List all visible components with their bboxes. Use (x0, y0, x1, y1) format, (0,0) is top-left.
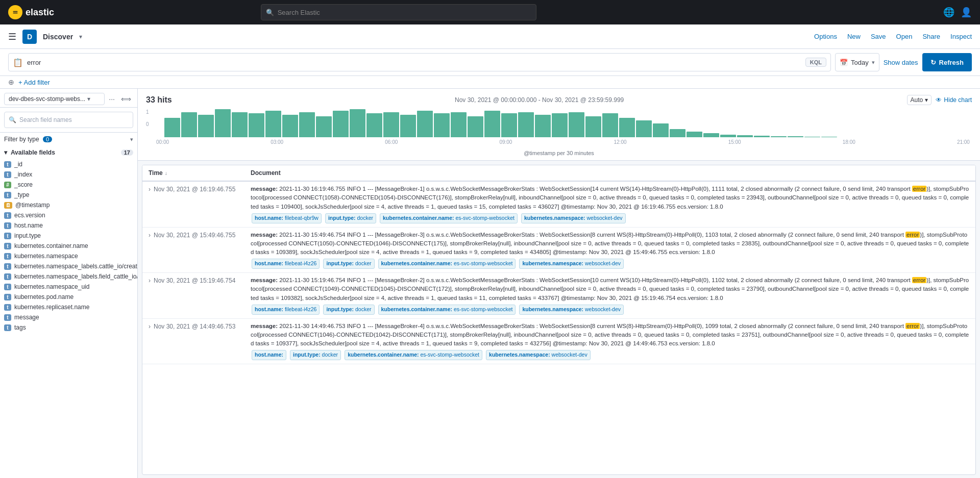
sidebar-field-item[interactable]: tkubernetes.namespace (0, 251, 137, 261)
histogram-bar[interactable] (670, 129, 685, 138)
save-link[interactable]: Save (871, 33, 886, 40)
histogram-bar[interactable] (333, 111, 349, 137)
histogram-bar[interactable] (687, 132, 702, 137)
histogram-bar[interactable] (198, 115, 214, 137)
expand-row-button[interactable]: › (149, 277, 151, 284)
globe-icon[interactable]: 🌐 (943, 7, 954, 18)
tag-badge[interactable]: input.type: docker (290, 350, 341, 360)
expand-row-button[interactable]: › (149, 186, 151, 193)
tag-badge[interactable]: kubernetes.namespace: websocket-dev (521, 213, 626, 223)
show-dates-button[interactable]: Show dates (884, 59, 918, 66)
tag-badge[interactable]: input.type: docker (325, 213, 376, 223)
sidebar-field-item[interactable]: tkubernetes.namespace_uid (0, 282, 137, 292)
time-column-header[interactable]: Time ↓ (142, 165, 244, 181)
options-link[interactable]: Options (814, 33, 837, 40)
open-link[interactable]: Open (896, 33, 913, 40)
query-input[interactable] (27, 59, 801, 66)
expand-row-button[interactable]: › (149, 323, 151, 330)
share-link[interactable]: Share (922, 33, 940, 40)
global-search-input[interactable] (261, 4, 536, 20)
tag-badge[interactable]: host.name: filebeat-i4z26 (252, 305, 320, 315)
new-link[interactable]: New (847, 33, 861, 40)
tag-badge[interactable]: kubernetes.container.name: es-svc-stomp-… (345, 350, 482, 360)
sidebar-field-item[interactable]: tecs.version (0, 210, 137, 220)
kql-badge[interactable]: KQL (805, 58, 826, 67)
sidebar-dots-button[interactable]: ··· (107, 93, 117, 105)
chart-bars[interactable] (164, 109, 972, 137)
sidebar-field-item[interactable]: tkubernetes.replicaset.name (0, 302, 137, 312)
histogram-bar[interactable] (417, 111, 433, 137)
refresh-button[interactable]: ↻ Refresh (922, 53, 972, 71)
histogram-bar[interactable] (468, 116, 483, 137)
histogram-bar[interactable] (299, 112, 315, 138)
histogram-bar[interactable] (585, 116, 601, 137)
histogram-bar[interactable] (451, 112, 467, 138)
index-pattern-selector[interactable]: dev-dbes-svc-stomp-webs... ▾ (4, 93, 105, 105)
histogram-bar[interactable] (215, 109, 231, 137)
histogram-bar[interactable] (788, 136, 803, 137)
histogram-bar[interactable] (265, 111, 281, 137)
histogram-bar[interactable] (518, 112, 534, 138)
histogram-bar[interactable] (703, 133, 719, 137)
histogram-bar[interactable] (569, 112, 584, 138)
inspect-link[interactable]: Inspect (950, 33, 972, 40)
sidebar-field-item[interactable]: tmessage (0, 312, 137, 322)
tag-badge[interactable]: host.name: filebeat-qbr9w (252, 213, 322, 223)
filter-type-chevron[interactable]: ▾ (130, 136, 133, 143)
field-search-input[interactable] (19, 116, 129, 123)
sidebar-field-item[interactable]: tinput.type (0, 231, 137, 241)
elastic-logo[interactable]: elastic (8, 5, 54, 19)
histogram-bar[interactable] (821, 137, 837, 137)
histogram-bar[interactable] (754, 136, 770, 137)
histogram-bar[interactable] (501, 113, 517, 137)
histogram-bar[interactable] (720, 135, 736, 138)
user-icon[interactable]: 👤 (961, 7, 972, 18)
histogram-bar[interactable] (737, 135, 753, 137)
histogram-bar[interactable] (350, 109, 365, 137)
histogram-bar[interactable] (249, 113, 264, 137)
app-dropdown-chevron[interactable]: ▾ (79, 33, 82, 40)
expand-row-button[interactable]: › (149, 232, 151, 239)
sidebar-field-item[interactable]: t_type (0, 190, 137, 200)
sidebar-field-item[interactable]: t_id (0, 159, 137, 169)
histogram-bar[interactable] (484, 111, 500, 137)
histogram-bar[interactable] (434, 113, 450, 137)
sidebar-field-item[interactable]: tkubernetes.namespace_labels.field_cattl… (0, 271, 137, 282)
tag-badge[interactable]: input.type: docker (323, 305, 374, 315)
tag-badge[interactable]: host.name: filebeat-i4z26 (252, 259, 320, 269)
tag-badge[interactable]: kubernetes.namespace: websocket-dev (519, 305, 624, 315)
sidebar-field-item[interactable]: tkubernetes.namespace_labels.cattle_io/c… (0, 261, 137, 271)
available-fields-header[interactable]: ▾ Available fields 17 (0, 146, 137, 159)
histogram-bar[interactable] (552, 113, 568, 137)
histogram-bar[interactable] (232, 112, 248, 138)
histogram-bar[interactable] (383, 112, 399, 138)
tag-badge[interactable]: kubernetes.container.name: es-svc-stomp-… (378, 259, 516, 269)
add-filter-button[interactable]: + Add filter (18, 79, 50, 86)
sidebar-field-item[interactable]: 🗓@timestamp (0, 200, 137, 210)
histogram-bar[interactable] (602, 113, 618, 137)
time-picker[interactable]: 📅 Today ▾ (835, 53, 879, 71)
tag-badge[interactable]: input.type: docker (323, 259, 374, 269)
tag-badge[interactable]: kubernetes.container.name: es-svc-stomp-… (378, 305, 516, 315)
sidebar-field-item[interactable]: tkubernetes.container.name (0, 241, 137, 251)
sidebar-field-item[interactable]: tkubernetes.pod.name (0, 292, 137, 302)
histogram-bar[interactable] (653, 123, 669, 138)
sidebar-field-item[interactable]: ttags (0, 322, 137, 333)
histogram-bar[interactable] (316, 116, 332, 137)
tag-badge[interactable]: kubernetes.namespace: websocket-dev (486, 350, 591, 360)
histogram-bar[interactable] (636, 120, 652, 137)
histogram-bar[interactable] (282, 115, 298, 137)
tag-badge[interactable]: kubernetes.container.name: es-svc-stomp-… (380, 213, 518, 223)
interval-selector[interactable]: Auto ▾ (907, 95, 932, 105)
sidebar-field-item[interactable]: t_index (0, 169, 137, 180)
histogram-bar[interactable] (181, 112, 197, 138)
sidebar-expand-button[interactable]: ⟺ (119, 93, 133, 105)
histogram-bar[interactable] (804, 137, 820, 137)
sidebar-field-item[interactable]: #_score (0, 180, 137, 190)
tag-badge[interactable]: kubernetes.namespace: websocket-dev (519, 259, 624, 269)
histogram-bar[interactable] (771, 136, 787, 137)
hide-chart-button[interactable]: 👁 Hide chart (936, 96, 972, 104)
histogram-bar[interactable] (619, 118, 635, 138)
tag-badge[interactable]: host.name: (252, 350, 286, 360)
sidebar-field-item[interactable]: thost.name (0, 220, 137, 231)
